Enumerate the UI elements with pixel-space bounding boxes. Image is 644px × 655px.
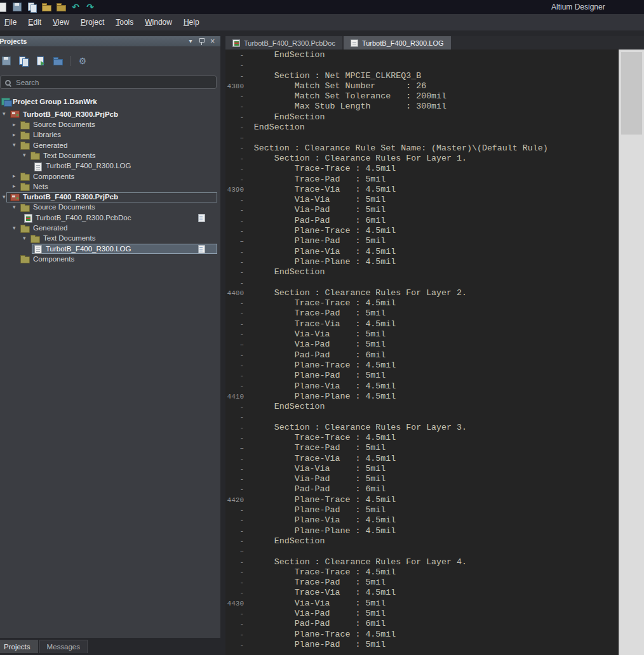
save-icon[interactable] [1,56,11,66]
line-number: - [225,319,246,329]
code-line: Pad-Pad : 6mil [225,216,548,226]
line-number: - [225,205,246,215]
copy-docs-icon[interactable] [18,56,29,66]
line-number: - [225,91,246,102]
pin-icon[interactable] [199,37,204,45]
tree-item-libraries[interactable]: ▸Libraries [0,130,220,140]
panel-tab-projects[interactable]: Projects [0,640,38,653]
open-project-icon[interactable] [56,2,66,12]
tree-item-text-documents[interactable]: ▾Text Documents [0,234,220,244]
tree-item-project-group-1-dsnwrk[interactable]: Project Group 1.DsnWrk [0,96,220,107]
menu-item-tools[interactable]: Tools [110,15,139,29]
tree-item-components[interactable]: Components [0,254,220,264]
tree-item-label: TurbotB_F400_R300.LOG [46,162,131,169]
collapse-arrow-icon[interactable]: ▾ [23,152,26,158]
line-number: - [225,474,246,484]
tree-item-text-documents[interactable]: ▾Text Documents [0,150,220,161]
expand-arrow-icon[interactable]: ▸ [13,131,16,138]
new-doc-icon[interactable] [0,2,8,12]
editor-column: TurbotB_F400_R300.PcbDocTurbotB_F400_R30… [225,36,644,655]
folder-icon [30,236,40,243]
vertical-scrollbar[interactable] [619,50,644,655]
menu-item-edit[interactable]: Edit [22,15,47,29]
redo-icon[interactable]: ↷ [85,2,95,12]
save-icon[interactable] [12,2,22,12]
line-number: - [225,402,246,412]
line-number: - [225,567,246,578]
folder-icon [30,153,40,160]
code-line: Plane-Pad : 5mil [225,236,548,246]
code-line: Via-Pad : 5mil [225,340,548,350]
copy-icon[interactable] [27,2,37,12]
line-number: - [225,102,246,112]
code-line: Section : Clearance Rule Set Name: (Mast… [225,143,548,154]
tree-item-components[interactable]: ▸Components [0,171,220,182]
collapse-arrow-icon[interactable]: ▾ [13,225,16,231]
menu-item-window[interactable]: Window [139,15,178,29]
tree-item-label: Text Documents [43,234,95,242]
line-number: - [225,454,246,464]
tree-item-generated[interactable]: ▾Generated [0,140,220,150]
menu-item-help[interactable]: Help [178,15,205,29]
code-line: Via-Pad : 5mil [225,205,548,215]
gear-icon[interactable]: ⚙ [77,56,88,66]
expand-arrow-icon[interactable]: ▸ [13,183,16,189]
line-number: - [225,257,246,267]
line-number: – [225,546,246,557]
expand-arrow-icon[interactable]: ▸ [13,121,16,128]
code-line: EndSection [225,50,548,60]
tree-item-generated[interactable]: ▾Generated [0,223,220,234]
dropdown-icon[interactable]: ▾ [189,37,192,46]
tree-item-nets[interactable]: ▸Nets [0,182,220,192]
menu-item-project[interactable]: Project [75,15,110,29]
doc-tab-turbotb-f400-r300-log[interactable]: TurbotB_F400_R300.LOG [344,36,451,50]
doc-sync-icon[interactable] [36,56,46,66]
tree-item-turbotb-f400-r300-log[interactable]: TurbotB_F400_R300.LOG [0,244,220,254]
doc-tab-turbotb-f400-r300-pcbdoc[interactable]: TurbotB_F400_R300.PcbDoc [225,36,342,50]
code-line: Trace-Pad : 5mil [225,443,548,453]
panel-bottom-tabs: ProjectsMessages [0,638,220,655]
tree-item-source-documents[interactable]: ▸Source Documents [0,120,220,130]
expand-arrow-icon[interactable]: ▸ [13,173,16,179]
collapse-arrow-icon[interactable]: ▾ [23,235,26,241]
line-number: – [225,133,246,143]
line-number: - [225,381,246,392]
line-number: - [225,536,246,546]
collapse-arrow-icon[interactable]: ▾ [13,142,16,148]
line-number: - [225,526,246,536]
menu-item-file[interactable]: File [0,15,22,29]
code-line: Via-Via : 5mil [225,599,548,609]
menu-item-view[interactable]: View [47,15,75,29]
line-number: 4400 [225,288,246,298]
undo-icon[interactable]: ↶ [70,2,81,12]
search-box[interactable] [0,76,217,89]
tree-item-turbotb-f400-r300-log[interactable]: TurbotB_F400_R300.LOG [0,161,220,171]
line-number: 4410 [225,392,246,402]
close-icon[interactable]: × [210,37,215,46]
panel-tab-messages[interactable]: Messages [39,640,88,653]
workspace-icon [1,98,10,105]
tree-item-label: TurbotB_F400_R300.PrjPcb [23,193,118,201]
tree-item-turbotb-f400-r300-prjpcb[interactable]: ▾TurbotB_F400_R300.PrjPcb [0,109,220,119]
open-folder-icon[interactable] [41,2,51,12]
code-area[interactable]: EndSection Section : Net MPCIE_CLKREQ3_B… [225,50,548,650]
line-number: - [225,505,246,515]
tree-item-turbotb-f400-r300-prjpcb[interactable]: ▾TurbotB_F400_R300.PrjPcb [0,192,220,202]
altium-designer-window: ↶↷ Altium Designer FileEditViewProjectTo… [0,0,644,655]
search-input[interactable] [15,78,211,87]
line-number: - [225,298,246,308]
line-number: - [225,588,246,598]
collapse-arrow-icon[interactable]: ▾ [13,204,16,210]
folder-docs-icon[interactable] [53,56,63,66]
tree-item-turbotb-f400-r300-pcbdoc[interactable]: TurbotB_F400_R300.PcbDoc [0,213,220,223]
code-line: Plane-Pad : 5mil [225,505,548,515]
code-line: Via-Pad : 5mil [225,609,548,619]
collapse-arrow-icon[interactable]: ▾ [3,194,6,200]
tree-item-source-documents[interactable]: ▾Source Documents [0,202,220,213]
line-number-gutter: ---4380----–----4390----–----4400----–--… [225,50,246,650]
doc-icon [34,162,42,171]
collapse-arrow-icon[interactable]: ▾ [3,110,6,117]
panel-splitter[interactable] [220,36,225,655]
projects-panel: Projects ▾× ⚙ Project Group 1.DsnWrk▾Tur… [0,36,220,655]
line-number: - [225,484,246,494]
